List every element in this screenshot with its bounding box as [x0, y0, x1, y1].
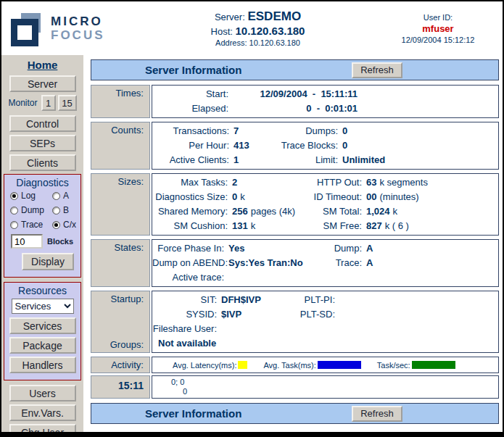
states-label: States:: [91, 239, 150, 287]
micro-focus-logo-icon: [9, 11, 45, 46]
blocks-row: Blocks: [6, 234, 79, 249]
blocks-input[interactable]: [11, 234, 43, 249]
activity-value-line2: 0: [152, 387, 498, 396]
server-name: ESDEMO: [247, 9, 301, 23]
states-section: States: Force Phase In:Yes Dump:A Dump o…: [91, 239, 499, 287]
field-value: 0: [341, 138, 498, 153]
field-suffix: pages (4k): [251, 206, 295, 217]
cx-radio-icon[interactable]: [52, 221, 60, 229]
field-label: [299, 270, 365, 285]
field-label: [274, 322, 338, 336]
chguser-button[interactable]: Chg.User: [9, 424, 76, 437]
field-label: SIT:: [152, 293, 220, 307]
display-button[interactable]: Display: [22, 253, 74, 270]
field-value: 827: [366, 220, 382, 231]
log-radio[interactable]: Log: [10, 191, 52, 201]
cx-radio[interactable]: C/x: [52, 220, 83, 230]
logo-text: MICRO FOCUS: [51, 14, 105, 42]
table-row: Fileshare User:: [152, 322, 498, 336]
page-title: Server Information: [145, 64, 241, 76]
counts-label: Counts:: [91, 122, 150, 170]
control-button[interactable]: Control: [9, 115, 76, 132]
a-radio[interactable]: A: [52, 191, 83, 201]
activity-section: Activity: Avg. Latency(ms): Avg. Task(ms…: [91, 357, 499, 373]
field-suffix: k: [393, 206, 398, 217]
monitor-15-button[interactable]: 15: [58, 95, 77, 111]
dump-radio-icon[interactable]: [10, 207, 18, 215]
field-label: Active trace:: [152, 270, 227, 285]
field-value: 12/09/2004 - 15:11:11: [228, 87, 358, 101]
field-label: Diagnostics Size:: [152, 190, 231, 204]
field-value: 413: [232, 138, 279, 153]
envvars-button[interactable]: Env.Vars.: [9, 404, 76, 421]
field-label: SM Total:: [299, 204, 365, 219]
package-button[interactable]: Package: [9, 337, 76, 354]
field-value: $IVP: [220, 307, 274, 322]
activity-value-line1: 0; 0: [152, 378, 498, 387]
groups-value: Not available: [152, 336, 498, 351]
b-radio[interactable]: B: [52, 205, 83, 215]
resources-dropdown[interactable]: Services: [12, 299, 74, 314]
field-value: 131: [232, 220, 248, 231]
field-value: 7: [232, 124, 279, 138]
field-value: 00: [366, 191, 376, 202]
users-button[interactable]: Users: [9, 385, 76, 401]
field-value: A: [365, 241, 498, 256]
tasksec-color-swatch: [412, 361, 455, 369]
field-value: 2: [232, 177, 237, 188]
resources-box: Resources Services Services Package Hand…: [4, 282, 81, 380]
user-info: User ID: mfuser 12/09/2004 15:12:12: [384, 13, 492, 44]
monitor-1-button[interactable]: 1: [41, 95, 56, 111]
handlers-button[interactable]: Handlers: [9, 357, 76, 373]
b-radio-icon[interactable]: [52, 207, 60, 215]
field-value: 63: [366, 177, 376, 188]
table-row: Start: 12/09/2004 - 15:11:11: [152, 87, 498, 101]
activity-label: Activity:: [91, 357, 150, 373]
diagnostics-title: Diagnostics: [6, 177, 79, 188]
services-button[interactable]: Services: [9, 317, 76, 334]
table-row: Shared Memory: 256pages (4k) SM Total: 1…: [152, 204, 498, 219]
legend-task-label: Avg. Task(ms):: [263, 361, 315, 370]
field-label: Dump:: [299, 241, 365, 256]
home-link[interactable]: Home: [1, 59, 83, 71]
field-value: 0: [232, 191, 237, 202]
field-label: SM Cushion:: [152, 219, 231, 233]
refresh-button[interactable]: Refresh: [352, 62, 402, 78]
field-label: Trace:: [299, 256, 365, 270]
resources-title: Resources: [6, 285, 79, 296]
times-section: Times: Start: 12/09/2004 - 15:11:11 Elap…: [91, 85, 499, 118]
field-value: Yes: [227, 241, 299, 256]
clients-button[interactable]: Clients: [9, 154, 76, 171]
dump-radio[interactable]: Dump: [10, 205, 52, 215]
field-value: 0 - 0:01:01: [228, 101, 358, 116]
field-value: [220, 322, 274, 336]
table-row: Diagnostics Size: 0k ID Timeout: 00(minu…: [152, 190, 498, 204]
micro-focus-logo: MICRO FOCUS: [9, 11, 132, 46]
legend-tasksec-label: Task/sec:: [377, 361, 410, 370]
field-value: 1: [232, 153, 279, 167]
a-radio-icon[interactable]: [52, 192, 60, 200]
seps-button[interactable]: SEPs: [9, 135, 76, 151]
page-header: MICRO FOCUS Server: ESDEMO Host: 10.120.…: [1, 1, 503, 55]
table-row: Max Tasks: 2 HTTP Out: 63k segments: [152, 175, 498, 190]
field-value: 0: [341, 124, 498, 138]
activity-time-row: 15:11 0; 0 0: [91, 375, 499, 399]
trace-radio-icon[interactable]: [10, 221, 18, 229]
legend-tasksec: Task/sec:: [377, 361, 455, 370]
logo-line2: FOCUS: [51, 28, 105, 42]
field-label: Shared Memory:: [152, 204, 231, 219]
timestamp: 12/09/2004 15:12:12: [384, 36, 492, 44]
field-label: Max Tasks:: [152, 175, 231, 190]
field-label: Fileshare User:: [152, 322, 220, 336]
table-row: Active trace:: [152, 270, 498, 285]
field-label: Transactions:: [152, 124, 232, 138]
footer-refresh-button[interactable]: Refresh: [352, 406, 402, 422]
field-label: Active Clients:: [152, 153, 232, 167]
trace-radio[interactable]: Trace: [10, 220, 52, 230]
groups-label: Groups:: [93, 339, 144, 350]
server-button[interactable]: Server: [9, 75, 76, 92]
field-label: ID Timeout:: [299, 190, 365, 204]
field-label: Force Phase In:: [152, 241, 227, 256]
log-radio-icon[interactable]: [10, 192, 18, 200]
address-label: Address:: [215, 38, 247, 47]
